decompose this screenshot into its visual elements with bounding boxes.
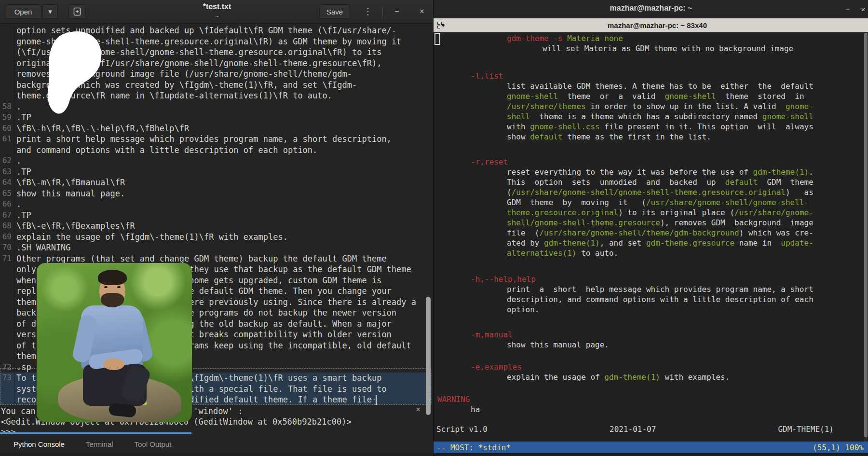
panel-tab-python-console[interactable]: Python Console <box>14 440 65 448</box>
line-number: 62 <box>0 155 14 166</box>
man-block: -e,examplesexplain the usage of gdm-them… <box>435 362 865 382</box>
man-block: -m,manualshow this manual page. <box>435 330 865 350</box>
man-row: option. <box>507 304 865 315</box>
man-text-segment: theme as the first in the list. <box>563 132 711 141</box>
man-text-segment: ) to its original place ( <box>618 208 734 217</box>
terminal-scrollbar-thumb[interactable] <box>864 33 868 437</box>
open-button[interactable]: Open <box>5 4 41 19</box>
panel-tab-tool-output[interactable]: Tool Output <box>135 440 172 448</box>
gedit-minimize-button[interactable]: − <box>390 4 404 19</box>
man-text-segment: ) as <box>786 188 814 197</box>
man-row: This option sets unmodied and backed up … <box>507 177 865 187</box>
editor-row: 62. <box>0 155 432 166</box>
man-row: gnome-shell theme or a valid gnome-shell… <box>507 91 865 101</box>
man-row: -l,list <box>471 71 865 81</box>
editor-line-text: \fB\-m\fR,\fBmanual\fR <box>14 177 125 188</box>
terminal-close-button[interactable]: × <box>857 3 868 15</box>
photo-hands <box>103 359 124 370</box>
open-dropdown-button[interactable]: ▾ <box>42 4 58 19</box>
panel-tab-terminal[interactable]: Terminal <box>86 440 113 448</box>
panel-close-icon: × <box>416 405 420 414</box>
gedit-close-button[interactable]: × <box>415 4 429 19</box>
man-text-segment: ( <box>507 188 512 197</box>
line-number: 72 <box>0 362 14 373</box>
panel-close-button[interactable]: × <box>413 404 423 415</box>
line-number <box>0 394 14 404</box>
editor-row: 61print a short help message which provi… <box>0 134 432 145</box>
man-text-segment: GDM theme <box>758 178 814 187</box>
man-row: shell/gnome-shell-theme.gresource), remo… <box>507 218 865 228</box>
editor-line-text: . <box>14 199 21 210</box>
desktop: Open ▾ *test.txt ~ Save ⋮ − × option set… <box>0 0 868 456</box>
man-text-segment: Materia none <box>567 34 623 43</box>
man-block: -r,resetreset everything to the way it w… <box>435 157 865 258</box>
man-text-segment: with <box>507 122 530 131</box>
line-number <box>0 90 14 101</box>
document-path: ~ <box>145 13 289 20</box>
line-number: 71 <box>0 253 14 264</box>
man-text-segment: update- <box>781 238 813 248</box>
terminal-title: mazhar@mazhar-pc: ~ <box>434 4 868 13</box>
line-number <box>0 329 14 340</box>
line-number <box>0 25 14 36</box>
man-text-segment: alternatives(1) <box>507 249 577 258</box>
editor-line-text: .TP <box>14 210 31 221</box>
man-block: -l,listlist available GDM themes. A them… <box>435 71 865 142</box>
text-cursor <box>376 395 377 405</box>
man-row: gdm-theme -s Materia none <box>507 33 865 43</box>
man-text-segment: in order to show up in the list. A valid <box>586 102 786 111</box>
save-button[interactable]: Save <box>319 4 350 19</box>
man-text-segment: default <box>530 132 562 141</box>
man-row: print a short help message which provide… <box>507 284 865 294</box>
most-status-left: -- MOST: *stdin* <box>436 443 511 452</box>
editor-row: 67.TP <box>0 210 432 221</box>
caret-down-icon: ▾ <box>48 7 52 16</box>
portrait-photo <box>37 263 192 422</box>
terminal-minimize-button[interactable]: − <box>841 3 854 15</box>
minimize-icon: − <box>394 7 399 16</box>
man-row: (/usr/share/gnome-shell/gnome-shell-them… <box>507 187 865 197</box>
man-footer-left: Script v1.0 <box>436 425 488 434</box>
line-number: 64 <box>0 177 14 188</box>
line-number <box>0 318 14 330</box>
terminal-window: mazhar@mazhar-pc: ~ − × mazhar@mazhar-pc… <box>433 0 868 456</box>
man-text-segment: gdm-theme.gresource <box>646 238 734 248</box>
man-row: -h,--help,help <box>471 274 865 284</box>
new-document-button[interactable] <box>68 4 86 19</box>
editor-line-text: and command options with a little descri… <box>14 145 317 156</box>
line-number <box>0 47 14 58</box>
man-row: GDM theme by moving it (/usr/share/gnome… <box>507 197 865 207</box>
man-text-segment: shell <box>507 112 530 121</box>
line-number <box>0 145 14 156</box>
line-number: 68 <box>0 221 14 232</box>
line-number <box>0 36 14 47</box>
editor-row: 71Other programs (that set and change GD… <box>0 253 432 264</box>
editor-line-text: Other programs (that set and change GDM … <box>14 253 387 264</box>
line-number <box>0 297 14 308</box>
tab-grid-icon <box>436 21 446 29</box>
man-text-segment: GDM theme by moving it ( <box>507 198 646 207</box>
bottom-panel-tabs: Python ConsoleTerminalTool Output <box>0 436 432 452</box>
man-text-segment: will set Materia as GDM theme with no ba… <box>542 44 793 53</box>
editor-row: and command options with a little descri… <box>0 145 432 156</box>
line-number: 59 <box>0 112 14 123</box>
man-text-segment: theme or a valid <box>558 92 665 101</box>
editor-row: 70.SH WARNING <box>0 242 432 253</box>
terminal-tabbar[interactable]: mazhar@mazhar-pc: ~ 83x40 <box>434 18 868 32</box>
man-text-segment: gdm-theme(1) <box>604 373 660 382</box>
panel-bottom-strip <box>0 452 432 456</box>
man-row: alternatives(1) to auto. <box>507 248 865 258</box>
most-status-right: (55,1) 100% <box>813 443 864 452</box>
man-row: -m,manual <box>471 330 865 340</box>
man-block: -h,--help,helpprint a short help message… <box>435 274 865 315</box>
man-text-segment: /usr/share/gnome-shell/gnome-shell- <box>646 198 809 207</box>
editor-line-text: . <box>14 155 21 166</box>
man-text-segment: description, and command options with a … <box>507 295 814 304</box>
editor-scrollbar[interactable] <box>426 297 431 415</box>
editor-row: 64\fB\-m\fR,\fBmanual\fR <box>0 177 432 188</box>
terminal-screen[interactable]: gdm-theme -s Materia nonewill set Materi… <box>434 32 868 442</box>
man-text-segment: /usr/share/gnome-shell/gnome-shell-theme… <box>512 188 786 197</box>
man-row: with gnome-shell.css file present in it.… <box>507 122 865 132</box>
man-text-segment: -r,reset <box>471 157 508 166</box>
menu-button[interactable]: ⋮ <box>361 4 375 19</box>
